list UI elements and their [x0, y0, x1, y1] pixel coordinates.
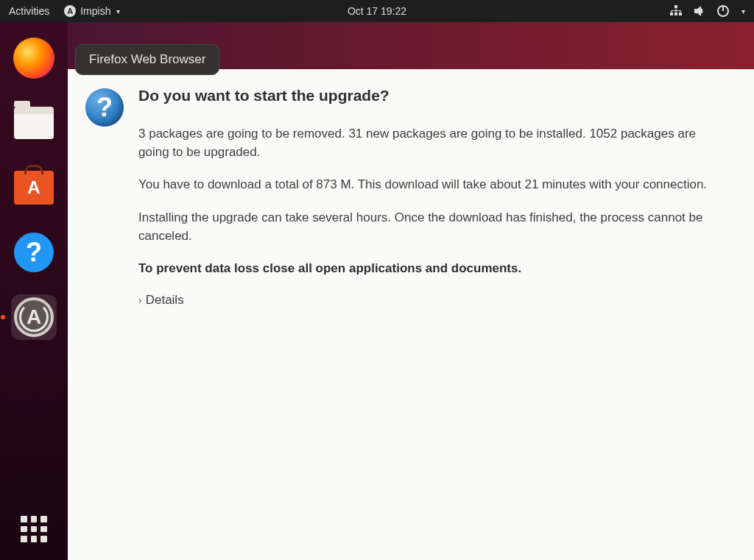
svg-rect-6: [672, 10, 672, 13]
dialog-paragraph-install: Installing the upgrade can take several …: [138, 209, 729, 245]
firefox-icon: [13, 38, 54, 79]
dock-item-help[interactable]: ?: [11, 230, 57, 275]
svg-rect-0: [674, 5, 677, 8]
dock-item-firefox[interactable]: [11, 35, 57, 81]
chevron-down-icon: ▾: [116, 7, 120, 15]
volume-icon[interactable]: [693, 4, 706, 18]
window-area: Firefox Web Browser ? Do you want to sta…: [68, 22, 754, 560]
upgrade-dialog: ? Do you want to start the upgrade? 3 pa…: [68, 69, 754, 560]
system-menu-chevron-icon[interactable]: ▾: [741, 7, 745, 15]
svg-rect-3: [679, 13, 682, 15]
files-icon: [14, 107, 54, 139]
svg-rect-8: [676, 10, 677, 13]
details-label: Details: [146, 293, 184, 308]
dock-item-software-center[interactable]: A: [11, 165, 57, 210]
network-icon[interactable]: [669, 4, 683, 18]
dock-tooltip: Firefox Web Browser: [75, 44, 219, 75]
dialog-content: Do you want to start the upgrade? 3 pack…: [138, 87, 736, 560]
activities-button[interactable]: Activities: [9, 5, 49, 17]
dock-item-software-updater[interactable]: A: [11, 294, 57, 340]
chevron-right-icon: ›: [138, 294, 142, 306]
software-center-icon: A: [14, 171, 54, 205]
dialog-warning: To prevent data loss close all open appl…: [138, 260, 729, 278]
svg-rect-1: [670, 13, 673, 15]
dialog-title: Do you want to start the upgrade?: [138, 87, 729, 104]
dialog-paragraph-packages: 3 packages are going to be removed. 31 n…: [138, 125, 729, 161]
details-expander[interactable]: › Details: [138, 293, 729, 308]
dialog-paragraph-download: You have to download a total of 873 M. T…: [138, 176, 729, 194]
svg-rect-2: [674, 13, 677, 15]
app-menu-label: Impish: [80, 5, 110, 17]
power-icon[interactable]: [716, 4, 730, 18]
help-icon: ?: [14, 233, 54, 272]
dock: A ? A: [0, 22, 68, 560]
software-updater-icon: A: [14, 297, 54, 337]
top-bar: Activities A Impish ▾ Oct 17 19:22 ▾: [0, 0, 754, 22]
app-menu[interactable]: A Impish ▾: [64, 5, 120, 17]
clock[interactable]: Oct 17 19:22: [348, 5, 406, 17]
svg-rect-7: [680, 10, 681, 13]
question-icon: ?: [85, 88, 124, 127]
app-menu-icon: A: [64, 5, 76, 17]
dock-item-files[interactable]: [11, 100, 57, 146]
svg-rect-10: [722, 5, 724, 11]
show-applications-button[interactable]: [21, 516, 47, 542]
